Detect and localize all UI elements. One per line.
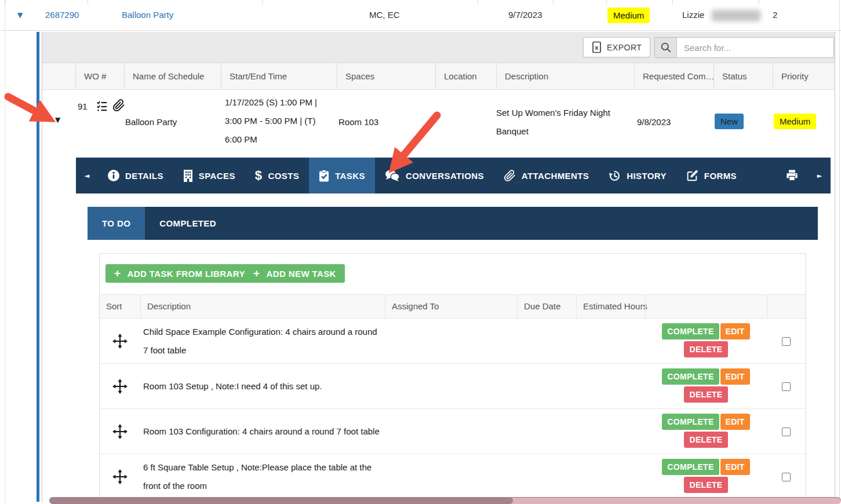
edit-button[interactable]: EDIT <box>720 459 750 475</box>
parent-date: 9/7/2023 <box>508 10 542 20</box>
task-header-actions <box>645 295 767 318</box>
task-header-description: Description <box>140 295 385 318</box>
task-select-checkbox[interactable] <box>782 473 791 481</box>
delete-button[interactable]: DELETE <box>684 432 727 448</box>
parent-count: 2 <box>773 10 777 20</box>
parent-schedule-name-link[interactable]: Balloon Party <box>122 10 173 20</box>
task-header-estimated-hours: Estimated Hours <box>576 295 645 318</box>
search-input[interactable] <box>677 38 833 57</box>
expanded-row-indicator <box>37 32 39 502</box>
tab-costs[interactable]: $ COSTS <box>245 158 309 193</box>
task-row: Room 103 Configuration: 4 chairs around … <box>100 409 806 454</box>
tab-conversations-label: CONVERSATIONS <box>406 171 484 181</box>
info-icon <box>108 170 119 181</box>
redacted-last-name <box>712 10 760 21</box>
parent-requester-name: Lizzie <box>682 10 704 20</box>
task-actions: COMPLETE EDIT DELETE <box>645 368 767 403</box>
task-description: 6 ft Square Table Setup , Note:Please pl… <box>143 454 381 499</box>
complete-button[interactable]: COMPLETE <box>662 323 719 339</box>
edit-button[interactable]: EDIT <box>720 414 750 430</box>
parent-spaces-codes: MC, EC <box>369 10 400 20</box>
tabs-next-chevron-icon[interactable]: ► <box>809 158 831 193</box>
dollar-icon: $ <box>255 169 263 182</box>
plus-icon: + <box>114 268 121 279</box>
tab-tasks-label: TASKS <box>335 171 365 181</box>
add-new-task-button[interactable]: + ADD NEW TASK <box>245 264 345 283</box>
tab-forms-label: FORMS <box>704 171 737 181</box>
tab-tasks[interactable]: TASKS <box>309 158 375 193</box>
drag-move-icon[interactable] <box>100 364 140 409</box>
wo-schedule-name: Balloon Party <box>125 117 177 127</box>
tab-conversations[interactable]: CONVERSATIONS <box>375 158 494 193</box>
wo-number-link[interactable]: 91 <box>78 101 88 111</box>
wo-header-name: Name of Schedule <box>124 63 221 89</box>
wo-row: ▼ 91 Balloon Party 1/17/2025 (S) 1:00 PM… <box>42 90 835 155</box>
drag-move-icon[interactable] <box>100 454 140 499</box>
task-actions: COMPLETE EDIT DELETE <box>645 459 767 493</box>
edit-form-icon <box>686 170 698 182</box>
wo-status-badge: New <box>715 114 744 129</box>
drag-move-icon[interactable] <box>100 409 140 454</box>
parent-collapse-triangle-icon[interactable]: ▼ <box>17 11 23 19</box>
tasks-panel: + ADD TASK FROM LIBRARY + ADD NEW TASK S… <box>99 253 806 503</box>
tab-forms[interactable]: FORMS <box>676 158 747 193</box>
tab-print[interactable] <box>776 158 809 193</box>
tabs-prev-chevron-icon[interactable]: ◄ <box>76 158 98 193</box>
subtab-completed[interactable]: COMPLETED <box>145 207 231 240</box>
task-header-due-date: Due Date <box>517 295 576 318</box>
attachment-paperclip-icon[interactable] <box>112 99 125 114</box>
detail-toolbar: x EXPORT <box>42 32 835 63</box>
task-row: Child Space Example Configuration: 4 cha… <box>100 319 806 364</box>
wo-header-status: Status <box>713 63 773 89</box>
wo-start-end-time: 1/17/2025 (S) 1:00 PM | 3:00 PM - 5:00 P… <box>225 93 332 149</box>
wo-header-description: Description <box>496 63 634 89</box>
tab-details[interactable]: DETAILS <box>98 158 173 193</box>
right-border-line <box>839 0 840 504</box>
wo-table-header: WO # Name of Schedule Start/End Time Spa… <box>42 63 835 90</box>
task-select-checkbox[interactable] <box>782 382 791 391</box>
task-row: 6 ft Square Table Setup , Note:Please pl… <box>100 454 806 499</box>
wo-header-spaces: Spaces <box>337 63 435 89</box>
subtab-to-do[interactable]: TO DO <box>88 207 145 240</box>
task-select-checkbox[interactable] <box>782 428 791 436</box>
task-list-icon[interactable] <box>96 100 108 114</box>
plus-icon: + <box>253 268 260 279</box>
complete-button[interactable]: COMPLETE <box>662 414 719 430</box>
export-button-label: EXPORT <box>607 43 642 52</box>
tab-attachments-label: ATTACHMENTS <box>522 171 589 181</box>
drag-move-icon[interactable] <box>100 319 140 364</box>
task-header-select <box>767 295 805 318</box>
task-header-assigned-to: Assigned To <box>385 295 517 318</box>
wo-expand-triangle-icon[interactable]: ▼ <box>55 116 60 124</box>
task-actions: COMPLETE EDIT DELETE <box>645 323 767 357</box>
complete-button[interactable]: COMPLETE <box>662 459 719 475</box>
building-icon <box>183 170 193 182</box>
search-box <box>654 37 834 58</box>
wo-requested-date: 9/8/2023 <box>637 117 671 127</box>
detail-tab-bar: ◄ DETAILS SPACES $ COSTS TASKS CONVERSAT… <box>76 158 831 193</box>
complete-button[interactable]: COMPLETE <box>662 368 719 385</box>
edit-button[interactable]: EDIT <box>720 368 750 385</box>
horizontal-scrollbar-thumb[interactable] <box>49 497 513 504</box>
printer-icon <box>785 169 799 182</box>
tab-history[interactable]: HISTORY <box>599 158 676 193</box>
delete-button[interactable]: DELETE <box>684 386 727 403</box>
tab-details-label: DETAILS <box>125 171 163 181</box>
clipboard-check-icon <box>319 170 329 182</box>
export-button[interactable]: x EXPORT <box>583 37 650 57</box>
delete-button[interactable]: DELETE <box>684 341 727 357</box>
tab-spaces[interactable]: SPACES <box>173 158 245 193</box>
edit-button[interactable]: EDIT <box>720 323 750 339</box>
task-description: Room 103 Setup , Note:I need 4 of this s… <box>143 364 381 409</box>
search-icon[interactable] <box>655 38 677 57</box>
tab-attachments[interactable]: ATTACHMENTS <box>494 158 599 193</box>
delete-button[interactable]: DELETE <box>684 477 727 493</box>
chat-bubbles-icon <box>385 170 400 182</box>
parent-wo-number-link[interactable]: 2687290 <box>45 10 79 20</box>
task-actions: COMPLETE EDIT DELETE <box>645 414 767 448</box>
add-task-from-library-button[interactable]: + ADD TASK FROM LIBRARY <box>105 264 254 283</box>
svg-text:x: x <box>595 44 599 51</box>
parent-work-order-row: ▼ 2687290 Balloon Party MC, EC 9/7/2023 … <box>0 0 841 31</box>
task-select-checkbox[interactable] <box>782 337 791 346</box>
wo-spaces: Room 103 <box>338 117 378 127</box>
